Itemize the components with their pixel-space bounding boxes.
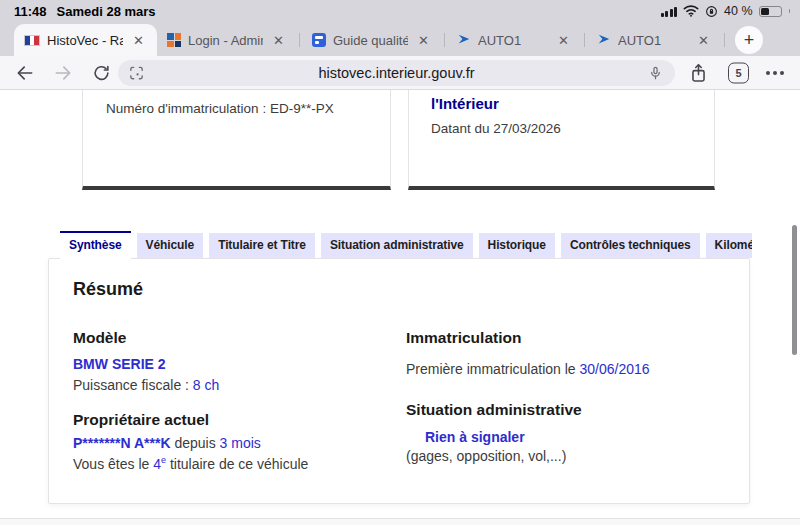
tab-synthese[interactable]: Synthèse — [60, 231, 131, 259]
browser-tab-guide[interactable]: Guide qualité - Com ✕ — [302, 24, 442, 56]
situation-note: (gages, opposition, vol,...) — [406, 448, 566, 464]
wifi-icon — [683, 5, 699, 17]
new-tab-button[interactable]: + — [735, 26, 763, 54]
close-tab-icon[interactable]: ✕ — [555, 31, 572, 50]
clock: 11:48 — [14, 4, 47, 19]
model-name: BMW SERIE 2 — [73, 356, 166, 372]
tab-separator — [584, 33, 585, 47]
tab-situation-administrative[interactable]: Situation administrative — [321, 233, 473, 258]
browser-tab-title: AUTO1 — [478, 33, 521, 48]
forward-icon[interactable] — [52, 63, 74, 83]
share-icon[interactable] — [689, 62, 708, 83]
close-tab-icon[interactable]: ✕ — [415, 31, 432, 50]
guide-favicon — [312, 33, 326, 47]
close-tab-icon[interactable]: ✕ — [695, 31, 712, 50]
france-flag-favicon — [24, 35, 40, 46]
owner-line: P*******N A***K depuis 3 mois — [73, 435, 261, 451]
plate-number-text: Numéro d'immatriculation : ED-9**-PX — [106, 101, 334, 116]
report-tab-bar: Synthèse Véhicule Titulaire et Titre Sit… — [60, 231, 752, 259]
mic-icon[interactable] — [648, 65, 663, 82]
certificate-date: Datant du 27/03/2026 — [431, 121, 561, 136]
auto1-favicon — [597, 32, 611, 49]
battery-percent: 40 % — [724, 4, 753, 18]
rotation-lock-icon — [705, 5, 718, 18]
address-bar[interactable]: histovec.interieur.gouv.fr — [118, 60, 675, 86]
browser-tab-login[interactable]: Login - Admin Cente ✕ — [157, 24, 297, 56]
holder-rank: 4e — [153, 456, 166, 472]
tab-historique[interactable]: Historique — [479, 233, 555, 258]
close-tab-icon[interactable]: ✕ — [270, 31, 287, 50]
browser-tab-auto1-b[interactable]: AUTO1 ✕ — [587, 24, 722, 56]
summary-title: Résumé — [73, 279, 143, 300]
situation-status: Rien à signaler — [425, 429, 525, 445]
plate-card: Numéro d'immatriculation : ED-9**-PX — [82, 90, 391, 190]
auto1-favicon — [457, 32, 471, 49]
situation-heading: Situation administrative — [406, 401, 582, 419]
histovec-page: Numéro d'immatriculation : ED-9**-PX l'I… — [0, 91, 800, 525]
tab-overview-icon[interactable]: 5 — [728, 62, 749, 83]
synthese-panel: Résumé Modèle BMW SERIE 2 Puissance fisc… — [48, 258, 750, 504]
back-icon[interactable] — [14, 63, 36, 83]
holder-line: Vous êtes le 4e titulaire de ce véhicule — [73, 455, 308, 472]
url-text: histovec.interieur.gouv.fr — [118, 65, 675, 81]
browser-toolbar: histovec.interieur.gouv.fr 5 — [0, 56, 800, 90]
browser-tab-title: AUTO1 — [618, 33, 661, 48]
certificate-title: l'Intérieur — [431, 95, 499, 112]
model-heading: Modèle — [73, 329, 126, 347]
tab-kilometrage[interactable]: Kilométrage — [706, 233, 752, 258]
browser-chrome: 11:48 Samedi 28 mars 40 % HistoVec - — [0, 0, 800, 56]
tab-vehicule[interactable]: Véhicule — [137, 233, 204, 258]
owner-heading: Propriétaire actuel — [73, 411, 209, 429]
registration-heading: Immatriculation — [406, 329, 521, 347]
close-tab-icon[interactable]: ✕ — [130, 31, 147, 50]
browser-tab-title: Login - Admin Cente — [188, 33, 263, 48]
fiscal-power-line: Puissance fiscale : 8 ch — [73, 377, 219, 393]
registration-line: Première immatriculation le 30/06/2016 — [406, 361, 650, 377]
browser-tab-title: HistoVec - Rapport v — [47, 33, 123, 48]
registration-date: 30/06/2016 — [580, 361, 650, 377]
certificate-card: l'Intérieur Datant du 27/03/2026 — [408, 90, 715, 190]
browser-tab-histovec[interactable]: HistoVec - Rapport v ✕ — [14, 24, 157, 56]
tab-separator — [444, 33, 445, 47]
page-scrollbar[interactable] — [792, 225, 797, 355]
tab-titulaire-et-titre[interactable]: Titulaire et Titre — [209, 233, 315, 258]
browser-tab-auto1-a[interactable]: AUTO1 ✕ — [447, 24, 582, 56]
tab-separator — [299, 33, 300, 47]
tab-controles-techniques[interactable]: Contrôles techniques — [561, 233, 700, 258]
owner-masked-name: P*******N A***K — [73, 435, 171, 451]
status-date: Samedi 28 mars — [57, 4, 156, 19]
reload-icon[interactable] — [92, 63, 111, 82]
fiscal-power-value: 8 ch — [193, 377, 219, 393]
more-options-icon[interactable] — [766, 71, 784, 75]
owner-since-value: 3 mois — [220, 435, 261, 451]
status-bar: 11:48 Samedi 28 mars 40 % — [0, 0, 800, 24]
cellular-signal-icon — [661, 6, 678, 17]
tab-separator — [724, 33, 725, 47]
browser-tab-strip: HistoVec - Rapport v ✕ Login - Admin Cen… — [0, 24, 800, 56]
footer-divider — [0, 518, 800, 525]
battery-nub — [789, 9, 791, 13]
admin-center-favicon — [167, 33, 181, 47]
browser-tab-title: Guide qualité - Com — [333, 33, 408, 48]
battery-icon — [759, 6, 782, 17]
